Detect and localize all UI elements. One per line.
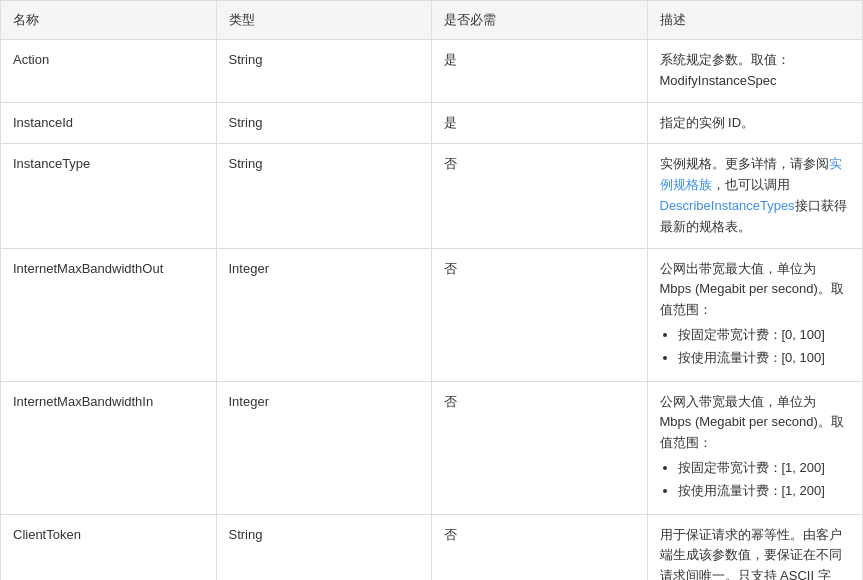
cell-desc: 公网出带宽最大值，单位为 Mbps (Megabit per second)。取… xyxy=(647,248,863,381)
describe-instance-types-link[interactable]: DescribeInstanceTypes xyxy=(660,198,795,213)
cell-required: 是 xyxy=(432,40,648,103)
cell-required: 否 xyxy=(432,144,648,248)
table-row: InstanceTypeString否实例规格。更多详情，请参阅实例规格族，也可… xyxy=(1,144,863,248)
list-item: 按使用流量计费：[1, 200] xyxy=(678,481,851,502)
cell-desc: 指定的实例 ID。 xyxy=(647,102,863,144)
table-row: ActionString是系统规定参数。取值：ModifyInstanceSpe… xyxy=(1,40,863,103)
cell-required: 否 xyxy=(432,514,648,580)
cell-type: Integer xyxy=(216,381,432,514)
cell-required: 否 xyxy=(432,381,648,514)
cell-type: String xyxy=(216,514,432,580)
cell-required: 是 xyxy=(432,102,648,144)
table-row: InternetMaxBandwidthOutInteger否公网出带宽最大值，… xyxy=(1,248,863,381)
header-type: 类型 xyxy=(216,1,432,40)
header-required: 是否必需 xyxy=(432,1,648,40)
desc-list: 按固定带宽计费：[1, 200]按使用流量计费：[1, 200] xyxy=(678,458,851,502)
desc-prefix: 实例规格。更多详情，请参阅 xyxy=(660,156,829,171)
desc-intro: 公网入带宽最大值，单位为 Mbps (Megabit per second)。取… xyxy=(660,394,844,451)
table-row: ClientTokenString否用于保证请求的幂等性。由客户端生成该参数值，… xyxy=(1,514,863,580)
list-item: 按使用流量计费：[0, 100] xyxy=(678,348,851,369)
table-row: InstanceIdString是指定的实例 ID。 xyxy=(1,102,863,144)
table-row: InternetMaxBandwidthInInteger否公网入带宽最大值，单… xyxy=(1,381,863,514)
cell-type: String xyxy=(216,144,432,248)
cell-type: String xyxy=(216,40,432,103)
cell-desc: 用于保证请求的幂等性。由客户端生成该参数值，要保证在不同请求间唯一。只支持 AS… xyxy=(647,514,863,580)
cell-desc: 公网入带宽最大值，单位为 Mbps (Megabit per second)。取… xyxy=(647,381,863,514)
desc-middle: ，也可以调用 xyxy=(712,177,790,192)
header-name: 名称 xyxy=(1,1,217,40)
desc-list: 按固定带宽计费：[0, 100]按使用流量计费：[0, 100] xyxy=(678,325,851,369)
cell-name: InternetMaxBandwidthIn xyxy=(1,381,217,514)
cell-name: InternetMaxBandwidthOut xyxy=(1,248,217,381)
list-item: 按固定带宽计费：[0, 100] xyxy=(678,325,851,346)
cell-type: String xyxy=(216,102,432,144)
cell-name: InstanceId xyxy=(1,102,217,144)
cell-desc: 实例规格。更多详情，请参阅实例规格族，也可以调用DescribeInstance… xyxy=(647,144,863,248)
table-header: 名称 类型 是否必需 描述 xyxy=(1,1,863,40)
desc-intro: 公网出带宽最大值，单位为 Mbps (Megabit per second)。取… xyxy=(660,261,844,318)
cell-name: ClientToken xyxy=(1,514,217,580)
list-item: 按固定带宽计费：[1, 200] xyxy=(678,458,851,479)
desc-prefix: 用于保证请求的幂等性。由客户端生成该参数值，要保证在不同请求间唯一。只支持 AS… xyxy=(660,527,842,580)
cell-desc: 系统规定参数。取值：ModifyInstanceSpec xyxy=(647,40,863,103)
cell-required: 否 xyxy=(432,248,648,381)
cell-name: Action xyxy=(1,40,217,103)
cell-name: InstanceType xyxy=(1,144,217,248)
header-desc: 描述 xyxy=(647,1,863,40)
cell-type: Integer xyxy=(216,248,432,381)
